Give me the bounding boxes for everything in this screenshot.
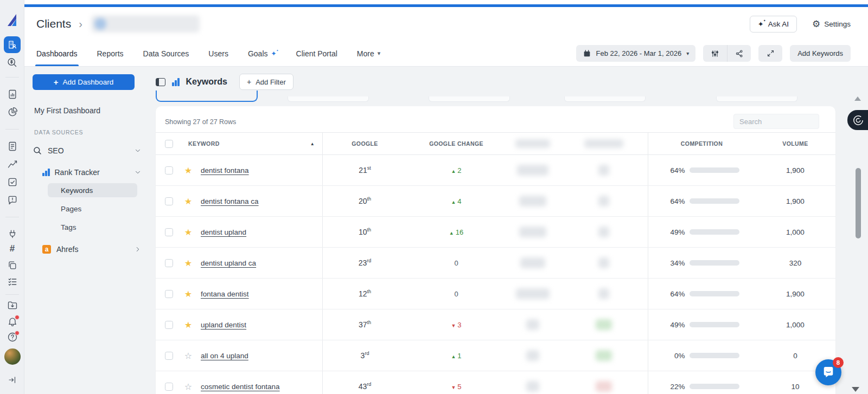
share-button[interactable]: [727, 45, 751, 62]
change-up-value: ▲16: [449, 228, 463, 236]
row-checkbox[interactable]: [165, 290, 173, 298]
feedback-icon[interactable]: [0, 195, 24, 205]
analytics-icon[interactable]: [0, 159, 24, 170]
sidebar-item-rank-tracker[interactable]: Rank Tracker: [42, 166, 144, 179]
feedback-side-widget[interactable]: [847, 110, 868, 130]
change-up-value: ▲1: [451, 352, 461, 360]
star-filled-icon[interactable]: ★: [180, 165, 196, 176]
pie-chart-icon[interactable]: [0, 107, 24, 118]
tab-data-sources[interactable]: Data Sources: [143, 41, 189, 66]
tab-dashboards[interactable]: Dashboards: [36, 41, 78, 66]
column-header-google-change[interactable]: GOOGLE CHANGE: [407, 140, 506, 147]
widget-tab-clipped[interactable]: [288, 96, 369, 102]
toggle-sidebar-icon[interactable]: [156, 78, 165, 86]
sidebar-item-ahrefs[interactable]: a Ahrefs: [42, 243, 144, 256]
keyword-link[interactable]: dentist upland: [201, 228, 246, 236]
user-avatar[interactable]: [0, 348, 24, 365]
copy-pages-icon[interactable]: [0, 260, 24, 270]
scrollbar-thumb[interactable]: [856, 168, 861, 238]
keyword-link[interactable]: dentist fontana: [201, 166, 249, 175]
up-triangle-icon: ▲: [451, 169, 456, 174]
checklist-icon[interactable]: [0, 276, 24, 287]
google-position: 3rd: [361, 351, 369, 360]
row-checkbox[interactable]: [165, 197, 173, 205]
add-dashboard-button[interactable]: + Add Dashboard: [33, 74, 135, 90]
redacted-cell: [526, 381, 539, 392]
sidebar-item-seo[interactable]: SEO: [33, 144, 144, 157]
select-all-checkbox[interactable]: [165, 140, 173, 148]
widget-tab-clipped[interactable]: [564, 96, 646, 102]
tasks-icon[interactable]: [0, 177, 24, 188]
active-widget-tab-clipped[interactable]: [156, 91, 258, 102]
hashtag-icon[interactable]: #: [0, 244, 24, 253]
keyword-link[interactable]: dentist upland ca: [201, 259, 256, 267]
integrations-plug-icon[interactable]: [0, 228, 24, 239]
keyword-link[interactable]: cosmetic dentist fontana: [201, 383, 280, 391]
collapse-rail-icon[interactable]: [0, 375, 24, 385]
keyword-link[interactable]: upland dentist: [201, 321, 246, 329]
column-settings-button[interactable]: [703, 45, 727, 62]
rail-divider: [5, 217, 19, 217]
client-name-redacted[interactable]: [91, 15, 200, 33]
add-filter-button[interactable]: + Add Filter: [239, 74, 293, 90]
table-search-input[interactable]: [733, 114, 819, 129]
row-checkbox[interactable]: [165, 352, 173, 360]
volume-value: 320: [789, 259, 802, 267]
sort-ascending-icon[interactable]: ▲: [310, 141, 315, 146]
competition-bar: [690, 229, 739, 235]
star-filled-icon[interactable]: ★: [180, 196, 196, 206]
breadcrumb-clients[interactable]: Clients: [36, 17, 71, 30]
reports-icon[interactable]: [0, 89, 24, 100]
redacted-cell: [598, 257, 609, 268]
header-actions: ✦ Ask AI ⚙ Settings: [750, 16, 851, 33]
column-header-keyword[interactable]: KEYWORD: [188, 140, 220, 147]
fullscreen-button[interactable]: [758, 45, 782, 62]
chat-launcher-button[interactable]: 8: [815, 359, 841, 385]
widget-tab-clipped[interactable]: [716, 96, 797, 102]
up-triangle-icon: ▲: [449, 230, 454, 236]
column-header-volume[interactable]: VOLUME: [755, 140, 835, 147]
sidebar-item-my-first-dashboard[interactable]: My First Dashboard: [34, 106, 144, 115]
help-icon[interactable]: [0, 332, 24, 343]
tab-reports[interactable]: Reports: [97, 41, 124, 66]
star-filled-icon[interactable]: ★: [180, 320, 196, 330]
tab-goals[interactable]: Goals✦: [248, 41, 277, 66]
date-range-picker[interactable]: Feb 22, 2026 - Mar 1, 2026 ▾: [576, 45, 696, 62]
settings-button[interactable]: ⚙ Settings: [812, 20, 851, 29]
tab-more[interactable]: More▾: [357, 41, 380, 66]
tab-users[interactable]: Users: [208, 41, 228, 66]
sidebar-item-tags[interactable]: Tags: [54, 220, 144, 234]
notifications-bell-icon[interactable]: [0, 316, 24, 327]
keyword-link[interactable]: fontana dentist: [201, 290, 249, 298]
row-checkbox[interactable]: [165, 321, 173, 329]
seo-search-icon[interactable]: [0, 57, 24, 68]
star-filled-icon[interactable]: ★: [180, 289, 196, 299]
star-filled-icon[interactable]: ★: [180, 227, 196, 237]
row-checkbox[interactable]: [165, 228, 173, 236]
toolbar-controls: Feb 22, 2026 - Mar 1, 2026 ▾: [576, 45, 851, 62]
add-keywords-button[interactable]: Add Keywords: [790, 45, 851, 62]
row-checkbox[interactable]: [165, 383, 173, 391]
keyword-link[interactable]: dentist fontana ca: [201, 197, 259, 205]
column-header-competition[interactable]: COMPETITION: [648, 140, 755, 147]
star-filled-icon[interactable]: ★: [180, 258, 196, 268]
column-header-google[interactable]: GOOGLE: [323, 140, 407, 147]
keyword-link[interactable]: all on 4 upland: [201, 352, 248, 360]
row-checkbox[interactable]: [165, 166, 173, 175]
ask-ai-button[interactable]: ✦ Ask AI: [750, 16, 797, 33]
clients-nav-icon[interactable]: [0, 36, 24, 53]
scrollbar-up-arrow[interactable]: [854, 96, 861, 101]
brand-logo[interactable]: [0, 13, 24, 27]
star-outline-icon[interactable]: ☆: [180, 382, 196, 392]
scrollbar-down-arrow[interactable]: [852, 387, 859, 392]
sidebar-item-pages[interactable]: Pages: [54, 202, 144, 216]
import-folder-icon[interactable]: [0, 300, 24, 311]
tab-client-portal[interactable]: Client Portal: [296, 41, 337, 66]
notes-icon[interactable]: [0, 141, 24, 152]
sidebar-item-keywords[interactable]: Keywords: [48, 183, 137, 197]
star-outline-icon[interactable]: ☆: [180, 351, 196, 361]
rank-tracker-bars-icon: [42, 169, 50, 176]
widget-tab-clipped[interactable]: [429, 96, 510, 102]
row-checkbox[interactable]: [165, 259, 173, 267]
share-icon: [735, 49, 744, 58]
